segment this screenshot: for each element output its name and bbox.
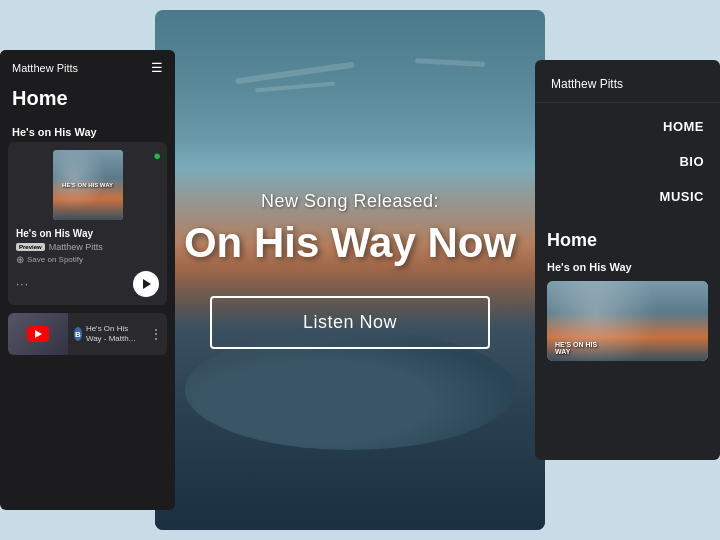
right-card-title: He's on His Way	[535, 257, 720, 281]
album-art-text: HE'S ON HIS WAY	[62, 182, 113, 188]
youtube-row[interactable]: B He's On His Way - Matth... ⋮	[8, 313, 167, 355]
left-section-title: He's on His Way	[0, 120, 175, 142]
right-album-art: HE'S ON HISWAY	[547, 281, 708, 361]
nav-item-bio[interactable]: BIO	[535, 144, 720, 179]
yt-play-icon	[35, 330, 42, 338]
left-home-label: Home	[12, 87, 68, 109]
right-nav: HOME BIO MUSIC	[535, 103, 720, 220]
right-header-title: Matthew Pitts	[551, 77, 623, 91]
nav-item-home[interactable]: HOME	[535, 109, 720, 144]
album-art: HE'S ON HIS WAY	[53, 150, 123, 220]
right-album-text: HE'S ON HISWAY	[555, 341, 597, 355]
center-title: On His Way Now	[184, 220, 516, 266]
spotify-artist: Matthew Pitts	[49, 242, 103, 252]
play-triangle-icon	[143, 279, 151, 289]
spotify-icon: ●	[153, 148, 161, 163]
center-subtitle: New Song Released:	[184, 191, 516, 212]
spotify-card: ● HE'S ON HIS WAY He's on His Way Previe…	[8, 142, 167, 305]
spotify-save-label: Save on Spotify	[27, 255, 83, 264]
more-options-icon[interactable]: ···	[16, 277, 29, 291]
play-button[interactable]	[133, 271, 159, 297]
right-panel: Matthew Pitts HOME BIO MUSIC Home He's o…	[535, 60, 720, 460]
hamburger-icon[interactable]: ☰	[151, 60, 163, 75]
preview-badge: Preview	[16, 243, 45, 251]
yt-thumbnail	[8, 313, 68, 355]
yt-title: He's On His Way - Matth...	[86, 324, 139, 345]
left-header-title: Matthew Pitts	[12, 62, 78, 74]
save-icon[interactable]: ⊕	[16, 254, 24, 265]
spotify-song-title: He's on His Way	[16, 228, 159, 239]
nav-item-music[interactable]: MUSIC	[535, 179, 720, 214]
right-home-label: Home	[535, 220, 720, 257]
yt-more-icon[interactable]: ⋮	[145, 326, 167, 342]
left-panel: Matthew Pitts ☰ Home He's on His Way ● H…	[0, 50, 175, 510]
listen-now-button[interactable]: Listen Now	[210, 296, 490, 349]
center-panel: New Song Released: On His Way Now Listen…	[155, 10, 545, 530]
youtube-icon	[27, 326, 49, 342]
yt-channel-avatar: B	[74, 327, 82, 341]
